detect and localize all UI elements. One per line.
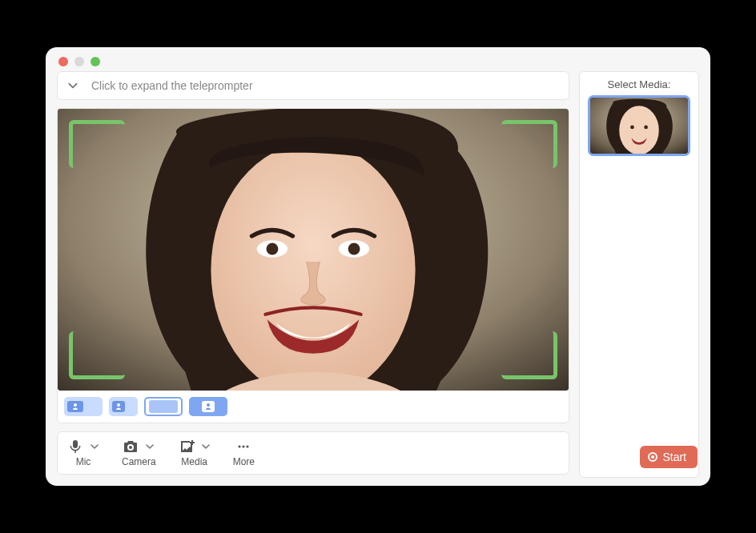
more-control[interactable]: More [233, 439, 255, 467]
svg-point-7 [243, 445, 245, 447]
minimize-window-button[interactable] [74, 57, 84, 66]
video-preview[interactable] [58, 109, 569, 391]
layout-pip-small[interactable] [109, 397, 138, 416]
frame-corner-icon [69, 120, 125, 168]
app-window: Click to expand the teleprompter [46, 47, 710, 486]
window-controls [46, 47, 710, 71]
frame-corner-icon [69, 331, 125, 379]
portrait-image [58, 109, 569, 391]
frame-corner-icon [501, 120, 557, 168]
mic-label: Mic [76, 456, 91, 467]
camera-icon [123, 439, 139, 455]
video-panel [57, 108, 569, 423]
layout-camera-only[interactable] [189, 397, 227, 416]
camera-label: Camera [122, 456, 156, 467]
camera-control[interactable]: Camera [122, 439, 156, 467]
chevron-down-icon[interactable] [90, 442, 99, 451]
sidebar-title: Select Media: [608, 78, 671, 90]
svg-point-10 [619, 106, 659, 154]
mic-control[interactable]: Mic [67, 439, 99, 467]
record-icon [648, 452, 657, 462]
more-label: More [233, 456, 255, 467]
start-button[interactable]: Start [640, 446, 698, 468]
media-add-icon [179, 439, 195, 455]
mic-icon [67, 439, 83, 455]
layout-fullscreen[interactable] [144, 397, 183, 416]
layout-picker [58, 391, 569, 418]
svg-point-11 [630, 126, 634, 130]
chevron-down-icon[interactable] [145, 442, 155, 451]
svg-point-4 [267, 242, 279, 254]
close-window-button[interactable] [58, 57, 68, 66]
toolbar: Mic Camera [57, 431, 569, 475]
maximize-window-button[interactable] [90, 57, 100, 66]
svg-point-8 [247, 445, 249, 447]
svg-point-12 [644, 126, 648, 130]
svg-point-5 [348, 242, 360, 254]
layout-pip-left[interactable] [64, 397, 103, 416]
media-control[interactable]: Media [179, 439, 211, 467]
start-label: Start [662, 451, 686, 463]
media-label: Media [181, 456, 207, 467]
more-icon [235, 439, 251, 455]
media-thumbnail[interactable] [588, 95, 690, 156]
chevron-down-icon [67, 80, 78, 91]
chevron-down-icon[interactable] [201, 442, 211, 451]
media-sidebar: Select Media: [579, 71, 699, 478]
svg-point-6 [239, 445, 241, 447]
frame-corner-icon [501, 331, 557, 379]
teleprompter-placeholder: Click to expand the teleprompter [91, 79, 253, 92]
teleprompter-expand[interactable]: Click to expand the teleprompter [57, 71, 569, 100]
